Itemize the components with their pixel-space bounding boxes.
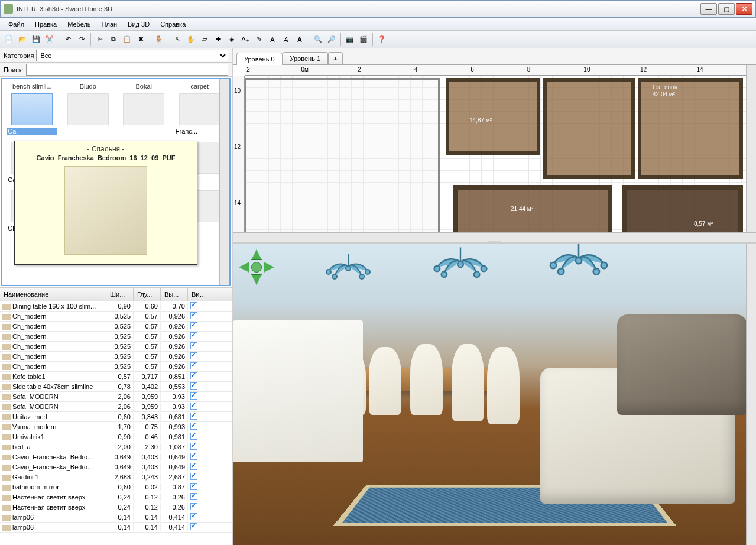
table-header[interactable]: Ши... — [106, 288, 134, 301]
cell-visible[interactable] — [188, 442, 210, 452]
zoom-in-icon[interactable]: 🔍 — [312, 33, 325, 46]
table-row[interactable]: Настенная светит вверх0,240,120,26 — [0, 502, 232, 512]
table-row[interactable]: Kofe table10,570,7170,851 — [0, 372, 232, 382]
cell-visible[interactable] — [188, 352, 210, 361]
cell-visible[interactable] — [188, 412, 210, 421]
table-row[interactable]: lamp060,140,140,414 — [0, 512, 232, 523]
new-file-icon[interactable]: 📄 — [2, 33, 15, 46]
create-polyline-icon[interactable]: ◈ — [225, 33, 238, 46]
checkbox-icon[interactable] — [190, 382, 197, 390]
cell-visible[interactable] — [188, 301, 210, 311]
checkbox-icon[interactable] — [190, 523, 197, 530]
cell-visible[interactable] — [188, 392, 210, 401]
search-input[interactable] — [26, 64, 228, 76]
table-row[interactable]: Ch_modern0,5250,570,926 — [0, 322, 232, 332]
nav-up-icon[interactable] — [251, 249, 262, 260]
table-row[interactable]: Cavio_Francheska_Bedro...0,6490,4030,649 — [0, 462, 232, 472]
level-tab[interactable]: Уровень 0 — [236, 53, 283, 65]
plan-room-dining[interactable] — [543, 78, 635, 179]
nav-center-icon[interactable] — [251, 262, 262, 272]
text-tool-icon[interactable]: A — [266, 33, 279, 46]
cell-visible[interactable] — [188, 452, 210, 462]
cell-visible[interactable] — [188, 422, 210, 432]
add-furniture-icon[interactable]: 🪑 — [153, 33, 166, 46]
checkbox-icon[interactable] — [190, 473, 197, 480]
open-file-icon[interactable]: 📂 — [16, 33, 29, 46]
create-dimension-icon[interactable]: A₊ — [239, 33, 252, 46]
create-wall-icon[interactable]: ▱ — [198, 33, 211, 46]
table-row[interactable]: Vanna_modern1,700,750,993 — [0, 422, 232, 432]
table-row[interactable]: bathroom-mirror0,600,020,87 — [0, 482, 232, 492]
cell-visible[interactable] — [188, 492, 210, 502]
checkbox-icon[interactable] — [190, 352, 197, 359]
delete-icon[interactable]: ✖ — [134, 33, 147, 46]
plan-vertical-scrollbar[interactable] — [746, 65, 756, 232]
category-select[interactable]: Все — [36, 50, 228, 61]
plan-left-outline[interactable] — [245, 78, 440, 238]
table-header[interactable]: Види... — [188, 288, 210, 301]
catalog-item[interactable]: Bokal — [116, 82, 171, 136]
checkbox-icon[interactable] — [190, 483, 197, 490]
redo-icon[interactable]: ↷ — [75, 33, 88, 46]
video-icon[interactable]: 🎬 — [357, 33, 370, 46]
view-3d[interactable] — [233, 244, 756, 545]
undo-icon[interactable]: ↶ — [61, 33, 74, 46]
checkbox-icon[interactable] — [190, 413, 197, 420]
save-icon[interactable]: 💾 — [30, 33, 43, 46]
checkbox-icon[interactable] — [190, 433, 197, 440]
catalog-item[interactable]: bench slimli...Ca — [5, 82, 60, 136]
menu-Правка[interactable]: Правка — [30, 19, 61, 30]
select-tool-icon[interactable]: ↖ — [171, 33, 184, 46]
cell-visible[interactable] — [188, 312, 210, 321]
add-level-button[interactable]: + — [328, 52, 342, 64]
table-row[interactable]: Ch_modern0,5250,570,926 — [0, 352, 232, 362]
menu-Вид 3D[interactable]: Вид 3D — [123, 19, 154, 30]
table-row[interactable]: Sofa_MODERN2,060,9590,93 — [0, 392, 232, 402]
table-row[interactable]: Ch_modern0,5250,570,926 — [0, 332, 232, 342]
cell-visible[interactable] — [188, 432, 210, 442]
help-icon[interactable]: ❓ — [375, 33, 388, 46]
view3d-scrollbar[interactable] — [746, 244, 756, 545]
checkbox-icon[interactable] — [190, 503, 197, 510]
level-tab[interactable]: Уровень 1 — [283, 52, 329, 64]
cell-visible[interactable] — [188, 502, 210, 512]
cell-visible[interactable] — [188, 332, 210, 341]
nav-right-icon[interactable] — [264, 262, 274, 272]
zoom-out-icon[interactable]: 🔎 — [325, 33, 338, 46]
plan-room-kitchen[interactable] — [446, 78, 540, 155]
table-row[interactable]: Cavio_Francheska_Bedro...0,6490,4030,649 — [0, 452, 232, 462]
cell-visible[interactable] — [188, 482, 210, 492]
table-header[interactable]: Глу... — [134, 288, 161, 301]
catalog-scrollbar[interactable] — [219, 79, 229, 285]
cell-visible[interactable] — [188, 472, 210, 482]
preferences-icon[interactable]: ✂️ — [43, 33, 56, 46]
menu-План[interactable]: План — [97, 19, 122, 30]
cell-visible[interactable] — [188, 512, 210, 522]
minimize-button[interactable]: — — [700, 3, 717, 15]
table-row[interactable]: bed_a2,002,301,087 — [0, 442, 232, 452]
checkbox-icon[interactable] — [190, 312, 197, 319]
cell-visible[interactable] — [188, 462, 210, 472]
table-row[interactable]: lamp060,140,140,414 — [0, 523, 232, 533]
cell-visible[interactable] — [188, 523, 210, 532]
menu-Справка[interactable]: Справка — [155, 19, 190, 30]
table-row[interactable]: Ch_modern0,5250,570,926 — [0, 362, 232, 372]
table-row[interactable]: Unitaz_med0,600,3430,681 — [0, 412, 232, 422]
create-label-icon[interactable]: ✎ — [252, 33, 265, 46]
menu-Файл[interactable]: Файл — [4, 19, 29, 30]
text-style-icon[interactable]: A — [280, 33, 293, 46]
cell-visible[interactable] — [188, 342, 210, 351]
checkbox-icon[interactable] — [190, 342, 197, 349]
plan-horizontal-scrollbar[interactable]: ⎯⎯⎯ — [233, 232, 756, 242]
table-header[interactable]: Наименование — [0, 288, 106, 301]
checkbox-icon[interactable] — [190, 463, 197, 470]
checkbox-icon[interactable] — [190, 372, 197, 379]
checkbox-icon[interactable] — [190, 302, 197, 309]
table-row[interactable]: Ch_modern0,5250,570,926 — [0, 342, 232, 352]
checkbox-icon[interactable] — [190, 403, 197, 410]
catalog-item[interactable]: Bludo — [61, 82, 116, 136]
table-row[interactable]: Ch_modern0,5250,570,926 — [0, 312, 232, 322]
table-header[interactable]: Вы... — [161, 288, 188, 301]
cell-visible[interactable] — [188, 382, 210, 391]
cell-visible[interactable] — [188, 322, 210, 331]
